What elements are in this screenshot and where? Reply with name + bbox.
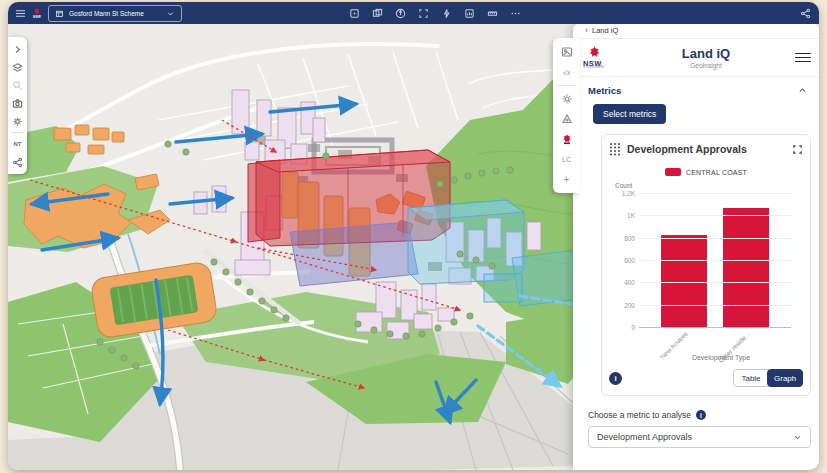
chevron-down-icon xyxy=(793,433,802,442)
breadcrumb-label[interactable]: Land iQ xyxy=(592,26,618,35)
info-icon[interactable]: i xyxy=(696,410,706,420)
gridline xyxy=(639,215,791,216)
map-tools-toolbar: NT xyxy=(8,37,27,174)
measure-icon[interactable] xyxy=(486,7,498,19)
y-tick-label: 1K xyxy=(611,212,635,219)
bar-chart: 1.2K1K8006004002000 xyxy=(639,193,791,327)
expand-panel-icon[interactable] xyxy=(8,40,27,58)
y-tick-label: 1.2K xyxy=(611,190,635,197)
share-nodes-icon[interactable] xyxy=(8,153,27,171)
info-icon[interactable]: i xyxy=(609,372,622,385)
gridline xyxy=(639,282,791,283)
prism-widget-icon[interactable] xyxy=(553,109,580,129)
nsw-logo-subtext: GOVERNMENT xyxy=(583,67,605,70)
orientation-icon[interactable] xyxy=(394,7,406,19)
settings-gear-icon[interactable] xyxy=(8,112,27,130)
run-icon[interactable] xyxy=(440,7,452,19)
basemap-layers-icon[interactable] xyxy=(371,7,383,19)
camera-icon[interactable] xyxy=(8,94,27,112)
layer-control-label: LC xyxy=(562,156,571,163)
category-label: New houses xyxy=(661,327,707,353)
toolbar-divider xyxy=(11,132,24,133)
view-toggle: Table Graph xyxy=(733,369,803,387)
metric-card-title: Development Approvals xyxy=(627,143,786,155)
select-metrics-button[interactable]: Select metrics xyxy=(593,104,666,124)
chevron-down-icon xyxy=(166,9,175,18)
gridline xyxy=(639,305,791,306)
panel-title: Land iQ xyxy=(617,46,795,61)
scheme-icon xyxy=(55,9,64,18)
gridline xyxy=(639,193,791,194)
function-widget-label: √x xyxy=(563,69,570,76)
category-labels: New housesOther reside... xyxy=(639,327,791,353)
layer-control-widget-icon[interactable]: LC xyxy=(553,149,580,169)
scene-widget-icon[interactable] xyxy=(553,42,580,62)
y-tick-label: 0 xyxy=(611,324,635,331)
panel-subtitle: GeoInsight xyxy=(617,62,795,69)
nsw-logo-text: NSW xyxy=(33,16,41,19)
report-icon[interactable] xyxy=(463,7,475,19)
waratah-icon xyxy=(586,45,603,60)
add-widget-icon[interactable]: + xyxy=(553,169,580,189)
breadcrumb-chevron-icon[interactable]: › xyxy=(585,26,588,35)
metrics-section-label: Metrics xyxy=(588,85,621,96)
legend-label: CENTRAL COAST xyxy=(686,169,747,176)
panel-menu-icon[interactable] xyxy=(795,50,811,64)
gridline xyxy=(639,238,791,239)
nsw-government-logo: NSW GOVERNMENT xyxy=(583,45,617,70)
graph-view-button[interactable]: Graph xyxy=(767,369,803,387)
menu-icon[interactable] xyxy=(14,7,26,19)
scheme-selector[interactable]: Gosford Mann St Scheme xyxy=(48,5,182,22)
function-widget-icon[interactable]: √x xyxy=(553,62,580,82)
metric-dropdown-value: Development Approvals xyxy=(597,432,692,442)
landiq-widget-icon[interactable] xyxy=(553,129,580,149)
scheme-selector-label: Gosford Mann St Scheme xyxy=(69,10,144,17)
category-label: Other reside... xyxy=(723,327,769,353)
frame-icon[interactable] xyxy=(348,7,360,19)
nt-tool-label: NT xyxy=(14,141,22,147)
widget-toolbar: √x LC + xyxy=(553,38,580,193)
y-tick-label: 200 xyxy=(611,301,635,308)
top-navigation-bar: NSW Gosford Mann St Scheme xyxy=(8,2,819,24)
fullscreen-icon[interactable] xyxy=(792,144,803,155)
search-icon[interactable] xyxy=(8,76,27,94)
panel-header: NSW GOVERNMENT Land iQ GeoInsight xyxy=(573,39,819,77)
add-widget-label: + xyxy=(564,174,570,185)
y-tick-label: 400 xyxy=(611,279,635,286)
gridline xyxy=(639,260,791,261)
legend-swatch xyxy=(665,168,681,176)
breadcrumb: › Land iQ xyxy=(573,23,819,39)
bar xyxy=(661,235,707,327)
share-icon[interactable] xyxy=(799,7,811,19)
bar xyxy=(723,208,769,327)
y-tick-label: 600 xyxy=(611,257,635,264)
metric-card: Development Approvals CENTRAL COAST Coun… xyxy=(601,134,811,396)
drag-handle-icon[interactable] xyxy=(609,142,621,156)
brightness-widget-icon[interactable] xyxy=(553,89,580,109)
table-view-button[interactable]: Table xyxy=(733,369,769,387)
app-window: NSW Gosford Mann St Scheme xyxy=(8,2,819,470)
extent-icon[interactable] xyxy=(417,7,429,19)
metric-chooser-row: Choose a metric to analyse i xyxy=(588,410,811,420)
layers-icon[interactable] xyxy=(8,58,27,76)
more-options-icon[interactable] xyxy=(509,7,521,19)
metric-chooser-label: Choose a metric to analyse xyxy=(588,410,691,420)
landiq-panel: › Land iQ NSW GOVERNMENT Land iQ GeoInsi… xyxy=(573,23,819,470)
y-axis-title: Count xyxy=(615,182,803,189)
nsw-logo-topbar: NSW xyxy=(32,7,42,19)
metric-dropdown[interactable]: Development Approvals xyxy=(588,426,811,448)
toolbar-divider xyxy=(557,85,576,86)
y-tick-label: 800 xyxy=(611,234,635,241)
collapse-chevron-icon[interactable] xyxy=(798,86,807,95)
nt-tool-button[interactable]: NT xyxy=(8,135,27,153)
chart-legend: CENTRAL COAST xyxy=(609,168,803,176)
metrics-section-header: Metrics xyxy=(573,77,819,100)
